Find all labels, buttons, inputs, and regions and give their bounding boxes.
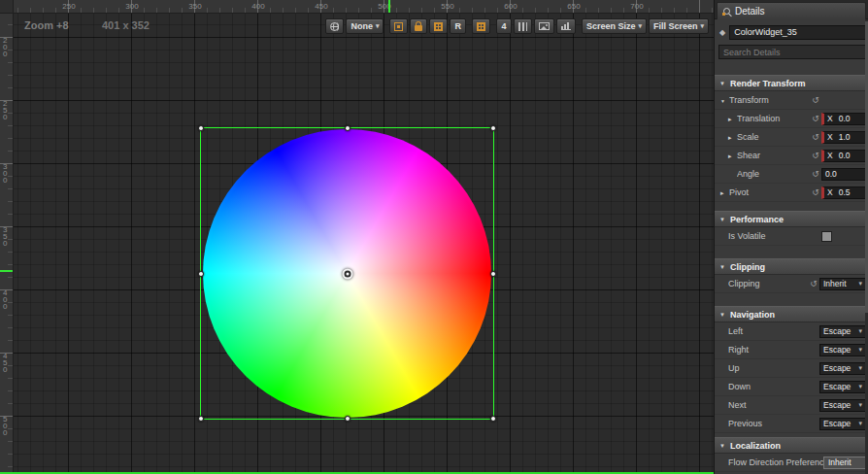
image-icon (539, 22, 550, 30)
ruler-label: 500 (376, 2, 393, 11)
screen-size-label: Screen Size (586, 21, 636, 31)
snap-grid-button[interactable] (429, 18, 448, 34)
section-header-render-transform[interactable]: Render Transform (715, 75, 868, 91)
property-label: Angle (737, 169, 810, 179)
property-row-transform: Transform (715, 91, 868, 110)
property-row-is-volatile: Is Volatile (715, 227, 868, 246)
flow-direction-button[interactable]: Inherit (823, 457, 866, 469)
preview-dropdown[interactable]: None (346, 18, 384, 34)
property-row-scale: Scale X 1.0 (715, 128, 868, 147)
tab-details[interactable]: Details (717, 2, 866, 19)
ruler-corner (0, 0, 14, 14)
translation-x-field[interactable]: X 0.0 (821, 113, 866, 125)
selection-handle-top-left[interactable] (198, 125, 204, 131)
reset-to-default-icon[interactable] (810, 114, 821, 123)
value-text: 0.0 (825, 169, 837, 179)
nav-up-dropdown[interactable]: Escape (819, 362, 866, 375)
property-label: Up (728, 363, 819, 373)
screen-size-dropdown[interactable]: Screen Size (582, 18, 647, 34)
selection-handle-middle-right[interactable] (490, 271, 496, 277)
expander-icon[interactable] (728, 151, 737, 160)
property-row-angle: Angle 0.0 (715, 165, 868, 184)
selection-handle-top-right[interactable] (490, 125, 496, 131)
clipping-dropdown[interactable]: Inherit (819, 278, 866, 290)
section-header-localization[interactable]: Localization (715, 437, 868, 454)
selection-handle-top-middle[interactable] (345, 125, 351, 131)
nav-left-dropdown[interactable]: Escape (819, 325, 866, 338)
axis-label: X (827, 114, 833, 123)
is-volatile-checkbox[interactable] (821, 231, 832, 242)
ruler-label: 700 (628, 2, 646, 11)
shear-x-field[interactable]: X 0.0 (821, 150, 866, 162)
grid-toggle-button[interactable] (472, 18, 490, 34)
lock-icon (415, 25, 422, 31)
selection-outline[interactable] (200, 127, 494, 420)
value-text: 1.0 (839, 132, 851, 142)
pivot-handle[interactable] (342, 268, 352, 279)
expander-icon[interactable] (728, 114, 737, 123)
expander-icon[interactable] (720, 187, 729, 197)
property-row-shear: Shear X 0.0 (715, 147, 868, 165)
preview-background-button[interactable] (534, 18, 554, 34)
fill-screen-dropdown[interactable]: Fill Screen (649, 18, 709, 34)
anchor-icon (394, 22, 403, 31)
nav-down-dropdown[interactable]: Escape (819, 381, 866, 393)
ruler-horizontal: 250 300 350 400 450 500 550 600 650 700 (14, 0, 714, 14)
dropdown-value: Escape (823, 419, 851, 428)
nav-previous-dropdown[interactable]: Escape (819, 418, 866, 430)
ruler-label: 350 (186, 2, 204, 11)
scale-x-field[interactable]: X 1.0 (821, 131, 866, 144)
ruler-label: 650 (565, 2, 583, 11)
selection-handle-bottom-middle[interactable] (345, 416, 351, 422)
columns-icon (518, 22, 527, 31)
details-tab-label: Details (735, 6, 765, 17)
property-row-nav-previous: Previous Escape (715, 415, 868, 433)
property-label: Scale (737, 132, 810, 142)
selection-handle-bottom-right[interactable] (490, 416, 496, 422)
reset-to-default-icon[interactable] (810, 95, 821, 105)
ruler-label: 400 (3, 289, 11, 310)
rotation-mode-label: R (454, 21, 461, 31)
localization-preview-button[interactable] (325, 18, 344, 34)
search-details-input[interactable] (718, 45, 868, 59)
axis-label: X (827, 151, 833, 160)
property-row-translation: Translation X 0.0 (715, 110, 868, 128)
ruler-label: 250 (60, 2, 78, 11)
pivot-x-field[interactable]: X 0.5 (821, 186, 866, 199)
grid-snap-label: 4 (501, 21, 506, 31)
expander-icon[interactable] (728, 132, 737, 142)
property-label: Translation (737, 114, 810, 123)
value-text: 0.0 (839, 114, 851, 123)
reset-to-default-icon[interactable] (810, 187, 821, 197)
reset-to-default-icon[interactable] (808, 279, 819, 288)
rotation-mode-button[interactable]: R (450, 18, 466, 34)
anchor-button[interactable] (389, 18, 408, 34)
selection-handle-middle-left[interactable] (198, 271, 204, 277)
stats-button[interactable] (556, 18, 576, 34)
dropdown-value: Escape (823, 382, 851, 391)
outline-toggle-button[interactable] (514, 18, 532, 34)
section-header-navigation[interactable]: Navigation (715, 306, 868, 322)
nav-next-dropdown[interactable]: Escape (819, 399, 866, 412)
section-header-performance[interactable]: Performance (715, 211, 868, 227)
axis-label: X (827, 132, 833, 142)
grid-snap-size-button[interactable]: 4 (496, 18, 512, 34)
reset-to-default-icon[interactable] (810, 169, 821, 179)
widget-name-field[interactable] (729, 25, 868, 40)
nav-right-dropdown[interactable]: Escape (819, 344, 866, 356)
section-header-clipping[interactable]: Clipping (715, 258, 868, 275)
lock-button[interactable] (410, 18, 427, 34)
expander-icon[interactable] (720, 95, 729, 105)
designer-viewport: 250 300 350 400 450 500 550 600 650 700 … (0, 0, 714, 474)
design-canvas[interactable]: Zoom +8 401 x 352 None (14, 14, 714, 474)
reset-to-default-icon[interactable] (810, 151, 821, 160)
property-label: Previous (728, 419, 819, 428)
property-row-flow-direction: Flow Direction Preference Inherit (715, 454, 868, 472)
ruler-label: 300 (3, 163, 11, 184)
globe-icon (330, 22, 339, 31)
selection-handle-bottom-left[interactable] (198, 416, 204, 422)
value-text: 0.0 (839, 151, 851, 160)
reset-to-default-icon[interactable] (810, 132, 821, 142)
property-label: Transform (729, 95, 810, 105)
angle-field[interactable]: 0.0 (821, 168, 866, 181)
